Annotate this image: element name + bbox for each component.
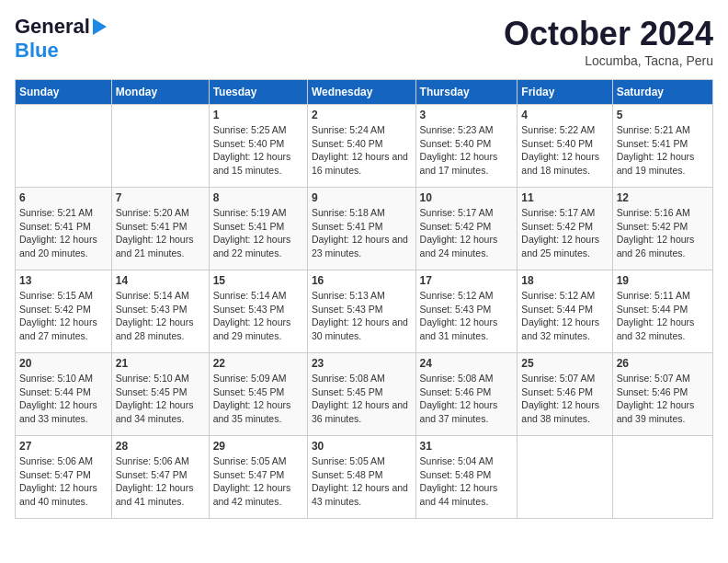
day-detail: Sunrise: 5:04 AM Sunset: 5:48 PM Dayligh… bbox=[420, 454, 514, 509]
calendar-day-cell bbox=[612, 436, 712, 519]
day-number: 26 bbox=[617, 357, 709, 370]
day-detail: Sunrise: 5:21 AM Sunset: 5:41 PM Dayligh… bbox=[19, 206, 108, 260]
day-detail: Sunrise: 5:06 AM Sunset: 5:47 PM Dayligh… bbox=[19, 454, 108, 509]
calendar-day-cell: 30Sunrise: 5:05 AM Sunset: 5:48 PM Dayli… bbox=[307, 436, 415, 519]
calendar-day-cell: 28Sunrise: 5:06 AM Sunset: 5:47 PM Dayli… bbox=[111, 436, 209, 519]
day-detail: Sunrise: 5:17 AM Sunset: 5:42 PM Dayligh… bbox=[420, 206, 514, 260]
calendar-day-cell: 31Sunrise: 5:04 AM Sunset: 5:48 PM Dayli… bbox=[415, 436, 518, 519]
calendar-week-row: 13Sunrise: 5:15 AM Sunset: 5:42 PM Dayli… bbox=[16, 270, 713, 353]
weekday-header-row: SundayMondayTuesdayWednesdayThursdayFrid… bbox=[16, 80, 713, 105]
location-subtitle: Locumba, Tacna, Peru bbox=[504, 53, 713, 68]
logo-blue: Blue bbox=[15, 39, 59, 62]
day-number: 31 bbox=[420, 440, 514, 453]
day-number: 3 bbox=[420, 109, 514, 121]
day-detail: Sunrise: 5:25 AM Sunset: 5:40 PM Dayligh… bbox=[213, 123, 303, 178]
calendar-day-cell: 21Sunrise: 5:10 AM Sunset: 5:45 PM Dayli… bbox=[111, 353, 209, 436]
day-number: 7 bbox=[116, 191, 205, 204]
day-detail: Sunrise: 5:05 AM Sunset: 5:47 PM Dayligh… bbox=[213, 454, 303, 509]
day-number: 9 bbox=[312, 191, 412, 204]
calendar-day-cell: 9Sunrise: 5:18 AM Sunset: 5:41 PM Daylig… bbox=[307, 188, 415, 270]
calendar-body: 1Sunrise: 5:25 AM Sunset: 5:40 PM Daylig… bbox=[16, 105, 713, 519]
day-number: 6 bbox=[19, 191, 108, 204]
calendar-day-cell: 29Sunrise: 5:05 AM Sunset: 5:47 PM Dayli… bbox=[209, 436, 307, 519]
weekday-header-cell: Thursday bbox=[415, 80, 518, 105]
calendar-day-cell: 16Sunrise: 5:13 AM Sunset: 5:43 PM Dayli… bbox=[307, 270, 415, 353]
day-detail: Sunrise: 5:17 AM Sunset: 5:42 PM Dayligh… bbox=[521, 206, 608, 260]
day-number: 2 bbox=[312, 109, 412, 121]
day-number: 25 bbox=[521, 357, 608, 370]
calendar-week-row: 20Sunrise: 5:10 AM Sunset: 5:44 PM Dayli… bbox=[16, 353, 713, 436]
day-detail: Sunrise: 5:09 AM Sunset: 5:45 PM Dayligh… bbox=[213, 372, 303, 426]
day-number: 12 bbox=[617, 191, 709, 204]
day-detail: Sunrise: 5:08 AM Sunset: 5:46 PM Dayligh… bbox=[420, 372, 514, 426]
day-number: 19 bbox=[617, 274, 709, 287]
calendar-table: SundayMondayTuesdayWednesdayThursdayFrid… bbox=[15, 79, 713, 519]
day-detail: Sunrise: 5:10 AM Sunset: 5:45 PM Dayligh… bbox=[116, 372, 205, 426]
day-number: 1 bbox=[213, 109, 303, 121]
day-detail: Sunrise: 5:14 AM Sunset: 5:43 PM Dayligh… bbox=[213, 289, 303, 343]
day-detail: Sunrise: 5:21 AM Sunset: 5:41 PM Dayligh… bbox=[617, 123, 709, 178]
calendar-week-row: 1Sunrise: 5:25 AM Sunset: 5:40 PM Daylig… bbox=[16, 105, 713, 188]
day-number: 22 bbox=[213, 357, 303, 370]
title-block: October 2024 Locumba, Tacna, Peru bbox=[504, 15, 713, 68]
day-detail: Sunrise: 5:16 AM Sunset: 5:42 PM Dayligh… bbox=[617, 206, 709, 260]
day-number: 27 bbox=[19, 440, 108, 453]
calendar-day-cell: 25Sunrise: 5:07 AM Sunset: 5:46 PM Dayli… bbox=[518, 353, 612, 436]
calendar-week-row: 6Sunrise: 5:21 AM Sunset: 5:41 PM Daylig… bbox=[16, 188, 713, 270]
calendar-day-cell bbox=[518, 436, 612, 519]
day-number: 20 bbox=[19, 357, 108, 370]
calendar-day-cell: 20Sunrise: 5:10 AM Sunset: 5:44 PM Dayli… bbox=[16, 353, 112, 436]
day-number: 8 bbox=[213, 191, 303, 204]
logo-general: General bbox=[15, 15, 90, 39]
day-detail: Sunrise: 5:24 AM Sunset: 5:40 PM Dayligh… bbox=[312, 123, 412, 178]
day-number: 29 bbox=[213, 440, 303, 453]
day-number: 28 bbox=[116, 440, 205, 453]
calendar-day-cell: 14Sunrise: 5:14 AM Sunset: 5:43 PM Dayli… bbox=[111, 270, 209, 353]
day-detail: Sunrise: 5:08 AM Sunset: 5:45 PM Dayligh… bbox=[312, 372, 412, 426]
weekday-header-cell: Monday bbox=[111, 80, 209, 105]
day-detail: Sunrise: 5:12 AM Sunset: 5:43 PM Dayligh… bbox=[420, 289, 514, 343]
calendar-day-cell: 24Sunrise: 5:08 AM Sunset: 5:46 PM Dayli… bbox=[415, 353, 518, 436]
calendar-day-cell bbox=[111, 105, 209, 188]
day-number: 10 bbox=[420, 191, 514, 204]
calendar-day-cell: 13Sunrise: 5:15 AM Sunset: 5:42 PM Dayli… bbox=[16, 270, 112, 353]
day-number: 30 bbox=[312, 440, 412, 453]
day-detail: Sunrise: 5:07 AM Sunset: 5:46 PM Dayligh… bbox=[521, 372, 608, 426]
calendar-day-cell: 4Sunrise: 5:22 AM Sunset: 5:40 PM Daylig… bbox=[518, 105, 612, 188]
day-detail: Sunrise: 5:23 AM Sunset: 5:40 PM Dayligh… bbox=[420, 123, 514, 178]
weekday-header-cell: Sunday bbox=[16, 80, 112, 105]
month-title: October 2024 bbox=[504, 15, 713, 53]
weekday-header-cell: Tuesday bbox=[209, 80, 307, 105]
calendar-day-cell: 18Sunrise: 5:12 AM Sunset: 5:44 PM Dayli… bbox=[518, 270, 612, 353]
calendar-day-cell: 17Sunrise: 5:12 AM Sunset: 5:43 PM Dayli… bbox=[415, 270, 518, 353]
calendar-day-cell: 11Sunrise: 5:17 AM Sunset: 5:42 PM Dayli… bbox=[518, 188, 612, 270]
day-number: 5 bbox=[617, 109, 709, 121]
calendar-day-cell: 26Sunrise: 5:07 AM Sunset: 5:46 PM Dayli… bbox=[612, 353, 712, 436]
day-number: 18 bbox=[521, 274, 608, 287]
day-detail: Sunrise: 5:12 AM Sunset: 5:44 PM Dayligh… bbox=[521, 289, 608, 343]
day-number: 15 bbox=[213, 274, 303, 287]
day-detail: Sunrise: 5:11 AM Sunset: 5:44 PM Dayligh… bbox=[617, 289, 709, 343]
day-number: 14 bbox=[116, 274, 205, 287]
calendar-day-cell: 15Sunrise: 5:14 AM Sunset: 5:43 PM Dayli… bbox=[209, 270, 307, 353]
calendar-day-cell: 27Sunrise: 5:06 AM Sunset: 5:47 PM Dayli… bbox=[16, 436, 112, 519]
day-number: 21 bbox=[116, 357, 205, 370]
day-number: 16 bbox=[312, 274, 412, 287]
calendar-day-cell: 8Sunrise: 5:19 AM Sunset: 5:41 PM Daylig… bbox=[209, 188, 307, 270]
calendar-day-cell: 2Sunrise: 5:24 AM Sunset: 5:40 PM Daylig… bbox=[307, 105, 415, 188]
day-detail: Sunrise: 5:06 AM Sunset: 5:47 PM Dayligh… bbox=[116, 454, 205, 509]
day-detail: Sunrise: 5:20 AM Sunset: 5:41 PM Dayligh… bbox=[116, 206, 205, 260]
calendar-day-cell bbox=[16, 105, 112, 188]
calendar-week-row: 27Sunrise: 5:06 AM Sunset: 5:47 PM Dayli… bbox=[16, 436, 713, 519]
calendar-day-cell: 6Sunrise: 5:21 AM Sunset: 5:41 PM Daylig… bbox=[16, 188, 112, 270]
day-number: 24 bbox=[420, 357, 514, 370]
day-detail: Sunrise: 5:13 AM Sunset: 5:43 PM Dayligh… bbox=[312, 289, 412, 343]
day-detail: Sunrise: 5:19 AM Sunset: 5:41 PM Dayligh… bbox=[213, 206, 303, 260]
calendar-day-cell: 5Sunrise: 5:21 AM Sunset: 5:41 PM Daylig… bbox=[612, 105, 712, 188]
day-detail: Sunrise: 5:14 AM Sunset: 5:43 PM Dayligh… bbox=[116, 289, 205, 343]
day-detail: Sunrise: 5:05 AM Sunset: 5:48 PM Dayligh… bbox=[312, 454, 412, 509]
day-detail: Sunrise: 5:22 AM Sunset: 5:40 PM Dayligh… bbox=[521, 123, 608, 178]
page-header: General Blue October 2024 Locumba, Tacna… bbox=[15, 15, 713, 68]
logo: General Blue bbox=[15, 15, 107, 63]
weekday-header-cell: Saturday bbox=[612, 80, 712, 105]
